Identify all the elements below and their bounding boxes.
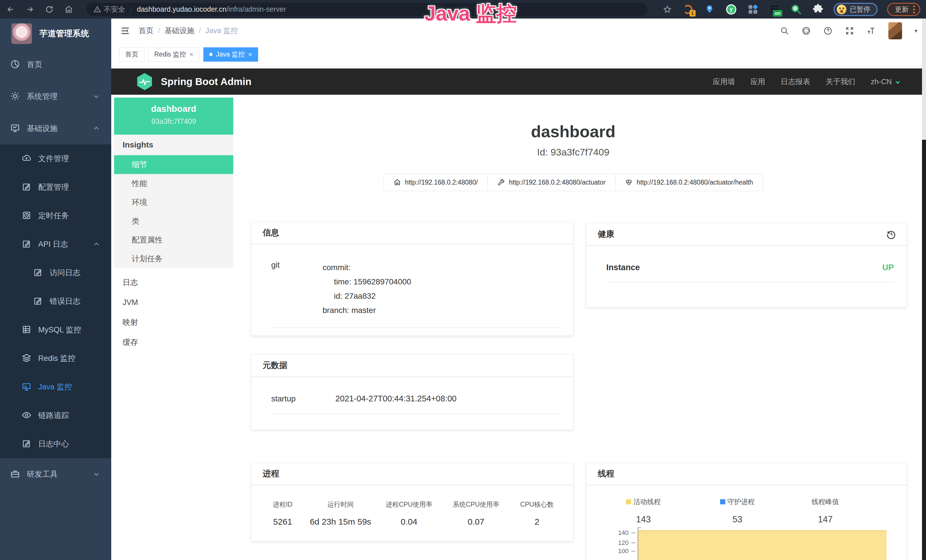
tab-redis-monitor[interactable]: Redis 监控 ×	[148, 47, 199, 62]
chrome-update-button[interactable]: 更新	[887, 3, 920, 16]
sidebar-item-label: Redis 监控	[38, 353, 76, 363]
sidebar-item-log-center[interactable]: 日志中心	[0, 430, 111, 458]
sba-nav-config-props[interactable]: 配置属性	[114, 230, 233, 249]
sidebar-item-redis-monitor[interactable]: Redis 监控	[0, 344, 111, 372]
sba-nav-logs[interactable]: 日志	[114, 272, 233, 292]
sba-nav-scheduled-tasks[interactable]: 计划任务	[114, 249, 233, 268]
sidebar-item-home[interactable]: 首页	[0, 48, 111, 80]
threads-chart: 140 120 100	[595, 530, 898, 560]
health-card: 健康 Instance UP	[586, 223, 907, 307]
process-col-header: 运行时间	[306, 500, 375, 509]
extension-badge: 1	[690, 10, 696, 17]
sba-nav-environment[interactable]: 环境	[114, 193, 233, 212]
sba-locale-select[interactable]: zh-CN	[871, 77, 901, 86]
process-card: 进程 进程ID5261 运行时间6d 23h 15m 59s 进程CPU使用率0…	[251, 463, 573, 541]
sba-nav-jvm[interactable]: JVM	[114, 292, 233, 312]
process-col-header: 系统CPU使用率	[443, 500, 510, 509]
health-url-button[interactable]: http://192.168.0.2:48080/actuator/health	[615, 173, 763, 191]
extension-pin-icon[interactable]	[704, 3, 716, 15]
sba-instance-header[interactable]: dashboard 93a3fc7f7409	[114, 98, 233, 135]
close-icon[interactable]: ×	[248, 50, 252, 59]
history-icon[interactable]	[886, 229, 896, 239]
close-icon[interactable]: ×	[189, 50, 194, 59]
sidebar-item-mysql-monitor[interactable]: MySQL 监控	[0, 316, 111, 344]
home-icon[interactable]	[64, 5, 74, 14]
breadcrumb-separator: /	[158, 26, 160, 35]
not-secure-warning[interactable]: 不安全	[94, 5, 125, 14]
search-icon[interactable]	[780, 26, 789, 35]
live-threads-legend-swatch	[626, 499, 631, 504]
heartbeat-icon	[625, 179, 632, 186]
extension-on-badge: on	[773, 10, 782, 17]
sba-nav-about[interactable]: 关于我们	[826, 77, 855, 87]
sba-nav-caches[interactable]: 缓存	[114, 332, 233, 352]
sidebar-item-file-management[interactable]: 文件管理	[0, 144, 111, 173]
extension-grid-icon[interactable]	[747, 3, 759, 15]
tab-label: Java 监控	[216, 50, 245, 59]
sba-brand-title[interactable]: Spring Boot Admin	[161, 76, 251, 87]
extension-sync-icon[interactable]: 1	[682, 3, 694, 15]
back-icon[interactable]	[6, 5, 15, 14]
extension-seo-icon[interactable]	[790, 3, 802, 15]
sba-nav-applications-wall[interactable]: 应用墙	[713, 77, 735, 87]
app-logo-row[interactable]: 芋道管理系统	[0, 18, 111, 48]
process-cpu: 0.04	[375, 517, 443, 527]
active-tab-dot	[209, 53, 212, 56]
sidebar-item-access-logs[interactable]: 访问日志	[0, 259, 111, 287]
tab-java-monitor[interactable]: Java 监控 ×	[203, 47, 258, 62]
fullscreen-icon[interactable]	[845, 26, 854, 35]
sidebar-item-label: 日志中心	[38, 439, 69, 449]
spring-boot-admin-logo-icon[interactable]	[136, 73, 153, 91]
sba-nav-mappings[interactable]: 映射	[114, 312, 233, 332]
extension-switch-icon[interactable]: on	[769, 3, 781, 15]
browser-scrollbar[interactable]	[922, 18, 926, 560]
y-axis-tick-label: 140	[595, 529, 629, 537]
sba-nav-applications[interactable]: 应用	[750, 77, 765, 87]
sba-nav-classes[interactable]: 类	[114, 212, 233, 230]
user-menu-caret-icon[interactable]: ▾	[915, 27, 917, 34]
tab-home[interactable]: 首页	[119, 47, 144, 62]
sba-nav-journal[interactable]: 日志报表	[781, 77, 810, 87]
user-avatar[interactable]	[888, 22, 902, 39]
service-url-button[interactable]: http://192.168.0.2:48080/	[384, 173, 488, 191]
wrench-icon	[497, 179, 505, 186]
sidebar-item-api-logs[interactable]: API 日志	[0, 230, 111, 259]
font-size-icon[interactable]	[867, 26, 876, 35]
breadcrumb-home[interactable]: 首页	[139, 26, 153, 36]
sba-nav-details[interactable]: 细节	[114, 155, 233, 174]
forward-icon[interactable]	[25, 5, 35, 14]
address-bar[interactable]: 不安全 dashboard.yudao.iocoder.cn/infra/adm…	[86, 3, 648, 16]
breadcrumb-infrastructure[interactable]: 基础设施	[165, 26, 194, 36]
tag-view-bar: 首页 Redis 监控 × Java 监控 ×	[111, 43, 926, 66]
sba-header: Spring Boot Admin 应用墙 应用 日志报表 关于我们 zh-CN	[111, 68, 926, 95]
scrollbar-thumb[interactable]	[922, 18, 926, 140]
sidebar-item-infrastructure[interactable]: 基础设施	[0, 112, 111, 144]
sidebar-item-label: 系统管理	[27, 91, 57, 101]
extension-y-icon[interactable]: y	[725, 3, 737, 15]
actuator-url-button[interactable]: http://192.168.0.2:48080/actuator	[487, 173, 616, 191]
sidebar-item-error-logs[interactable]: 错误日志	[0, 287, 111, 316]
sidebar-item-dev-tools[interactable]: 研发工具	[0, 458, 111, 490]
extensions-puzzle-icon[interactable]	[812, 3, 824, 15]
home-icon	[393, 179, 401, 186]
metadata-startup-row: startup 2021-04-27T00:44:31.254+08:00	[271, 377, 560, 414]
sidebar-item-scheduled-tasks[interactable]: 定时任务	[0, 201, 111, 230]
sidebar-item-java-monitor[interactable]: Java 监控	[0, 372, 111, 401]
monitor-screen-icon	[22, 382, 32, 392]
help-icon[interactable]	[823, 26, 832, 35]
github-icon[interactable]	[802, 26, 811, 35]
browser-menu-icon[interactable]	[913, 5, 915, 14]
threads-body: 活动线程 143 守护进程 53 线程峰值 147	[586, 486, 906, 560]
actuator-url-label: http://192.168.0.2:48080/actuator	[509, 179, 605, 186]
sba-nav-metrics[interactable]: 性能	[114, 174, 233, 193]
update-label: 更新	[895, 5, 909, 14]
info-key: git	[271, 260, 322, 318]
sidebar-item-system-management[interactable]: 系统管理	[0, 80, 111, 112]
sidebar-item-trace[interactable]: 链路追踪	[0, 401, 111, 430]
sidebar-collapse-icon[interactable]	[120, 26, 131, 36]
profile-paused-chip[interactable]: 已暂停	[834, 3, 878, 16]
sidebar-item-config-management[interactable]: 配置管理	[0, 173, 111, 201]
bookmark-star-icon[interactable]	[663, 5, 672, 14]
reload-icon[interactable]	[44, 5, 54, 14]
url-text[interactable]: dashboard.yudao.iocoder.cn/infra/admin-s…	[137, 5, 286, 14]
